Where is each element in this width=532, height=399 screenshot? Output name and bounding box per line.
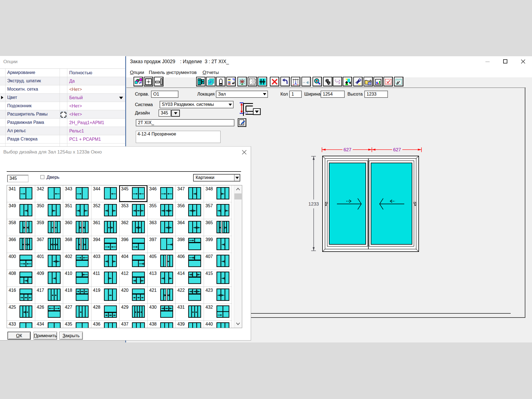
- svg-text:627: 627: [344, 147, 351, 152]
- svg-text:1233: 1233: [308, 201, 319, 207]
- svg-text:627: 627: [393, 147, 401, 152]
